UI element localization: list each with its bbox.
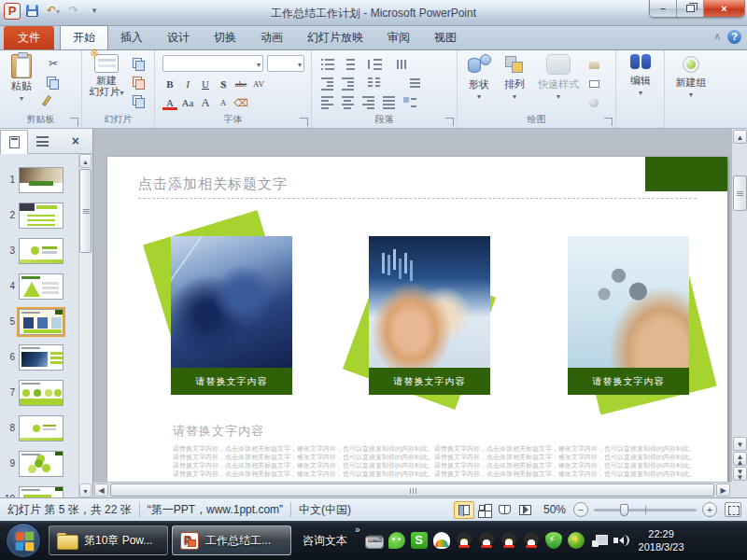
arrange-button[interactable]: 排列▾ (499, 54, 530, 103)
shape-outline-button[interactable] (588, 77, 602, 91)
font-color-button[interactable]: A (162, 95, 177, 110)
zoom-in-button[interactable]: + (702, 502, 717, 517)
sogou-cloud-icon[interactable] (433, 532, 450, 549)
zoom-out-button[interactable]: − (573, 502, 588, 517)
paragraph-dialog-launcher[interactable] (445, 118, 454, 126)
panel-scroll-down-button[interactable]: ▼ (79, 483, 92, 497)
tab-file[interactable]: 文件 (4, 26, 54, 49)
justify-button[interactable] (383, 95, 397, 108)
tab-insert[interactable]: 插入 (108, 26, 155, 49)
bold-button[interactable]: B (162, 77, 177, 91)
vertical-scrollbar[interactable]: ▲ ▼ ▲▲ ▼▼ (731, 129, 747, 482)
content-card-1[interactable]: 请替换文字内容 (171, 236, 292, 397)
format-painter-button[interactable] (45, 93, 49, 108)
layout-button[interactable] (133, 58, 144, 69)
content-card-2[interactable]: 请替换文字内容 (369, 236, 490, 397)
scroll-up-button[interactable]: ▲ (733, 130, 747, 144)
slide-thumbnail-5-selected[interactable]: 5 (0, 309, 78, 337)
underline-button[interactable]: U (198, 77, 213, 91)
zoom-slider-thumb[interactable] (620, 504, 628, 516)
new-group-button[interactable]: 新建组▾ (669, 54, 713, 101)
section-button[interactable] (133, 95, 144, 106)
tab-view[interactable]: 视图 (422, 26, 469, 49)
shape-fill-button[interactable] (588, 59, 602, 72)
taskbar-button-folder[interactable]: 第10章 Pow... (49, 525, 168, 555)
quick-styles-button[interactable]: 快速样式▾ (534, 54, 583, 103)
decrease-indent-button[interactable] (321, 77, 335, 90)
character-spacing-button[interactable]: AV (251, 77, 266, 91)
desktop-toolbar-label[interactable]: 咨询文本 (303, 533, 347, 549)
line-spacing-button[interactable] (368, 58, 382, 71)
align-right-button[interactable] (362, 95, 376, 108)
fit-to-window-button[interactable] (725, 502, 741, 517)
strikethrough-button[interactable]: abe (233, 77, 248, 91)
shrink-font-button[interactable]: A (216, 95, 231, 110)
horizontal-scrollbar[interactable]: ◀ ▶ (93, 482, 731, 497)
font-dialog-launcher[interactable] (300, 118, 308, 126)
slide-thumbnail-6[interactable]: 6 (0, 344, 78, 372)
panel-scrollbar[interactable]: ▲ ▼ (78, 154, 92, 497)
body-heading-placeholder[interactable]: 请替换文字内容 (173, 423, 264, 440)
increase-indent-button[interactable] (342, 77, 356, 90)
qq-icon-2[interactable] (478, 532, 495, 549)
security-shield-icon[interactable] (545, 532, 562, 549)
font-name-select[interactable]: ▾ (162, 55, 263, 72)
tab-slideshow[interactable]: 幻灯片放映 (295, 26, 375, 49)
zoom-slider-track[interactable] (594, 509, 697, 511)
taskbar-button-powerpoint[interactable]: 工作总结工... (172, 525, 291, 555)
outline-tab[interactable] (28, 130, 56, 152)
restore-button[interactable] (677, 0, 704, 17)
slide-title-placeholder[interactable]: 点击添加相关标题文字 (138, 175, 288, 193)
horizontal-scrollbar-thumb[interactable] (110, 483, 714, 497)
slide-thumbnail-1[interactable]: 1 (0, 167, 78, 195)
start-button[interactable] (6, 523, 41, 558)
drawing-dialog-launcher[interactable] (604, 118, 613, 126)
bullets-button[interactable] (321, 58, 335, 71)
copy-button[interactable] (45, 75, 60, 90)
text-direction-button[interactable] (396, 58, 410, 71)
slide-thumbnail-8[interactable]: 8 (0, 415, 78, 443)
taskbar-clock[interactable]: 22:29 2018/3/23 (639, 527, 684, 553)
scroll-right-button[interactable]: ▶ (716, 483, 730, 497)
edit-button[interactable]: 编辑▾ (622, 54, 659, 99)
change-case-button[interactable]: Aa (180, 95, 195, 110)
tab-design[interactable]: 设计 (155, 26, 202, 49)
grow-font-button[interactable]: A (198, 95, 213, 110)
slide-thumbnail-4[interactable]: 4 (0, 273, 78, 301)
italic-button[interactable]: I (180, 77, 195, 91)
panel-scroll-up-button[interactable]: ▲ (79, 154, 92, 168)
convert-smartart-button[interactable] (403, 95, 417, 108)
paste-button[interactable]: 粘贴▾ (6, 54, 37, 105)
numbering-button[interactable] (342, 58, 356, 71)
normal-view-button[interactable] (454, 501, 474, 519)
content-card-3[interactable]: 请替换文字内容 (568, 236, 689, 397)
slide-thumbnail-3[interactable]: 3 (0, 238, 78, 266)
reading-view-button[interactable] (495, 501, 515, 519)
slide-thumbnail-9[interactable]: 9 (0, 451, 78, 479)
reset-slide-button[interactable] (133, 77, 144, 88)
slide-thumbnail-2[interactable]: 2 (0, 203, 78, 231)
slide-canvas[interactable]: 点击添加相关标题文字 请替换文字内容 请替换文字内容 请替换文字内容 请替换文字… (107, 157, 727, 497)
scroll-down-button[interactable]: ▼ (733, 437, 747, 451)
align-left-button[interactable] (321, 95, 335, 108)
close-panel-button[interactable]: × (72, 133, 79, 148)
columns-button[interactable] (368, 77, 382, 90)
clipboard-dialog-launcher[interactable] (70, 118, 78, 126)
collapse-ribbon-button[interactable]: ˄ (714, 32, 720, 42)
language-indicator[interactable]: 中文(中国) (299, 502, 351, 518)
close-button[interactable]: × (704, 0, 744, 17)
tab-review[interactable]: 审阅 (375, 26, 422, 49)
zoom-level[interactable]: 50% (543, 503, 566, 516)
tab-home[interactable]: 开始 (60, 25, 108, 49)
tab-animations[interactable]: 动画 (248, 26, 295, 49)
slide-thumbnail-7[interactable]: 7 (0, 380, 78, 408)
next-slide-button[interactable]: ▼▼ (733, 467, 747, 481)
font-size-select[interactable]: ▾ (267, 55, 304, 72)
shapes-button[interactable]: 形状▾ (463, 54, 495, 103)
text-shadow-button[interactable]: S (216, 77, 231, 91)
shape-effects-button[interactable] (588, 96, 602, 109)
vertical-scrollbar-thumb[interactable] (733, 175, 747, 211)
clear-formatting-button[interactable]: ⌫ (233, 95, 248, 110)
align-center-button[interactable] (342, 95, 356, 108)
network-icon[interactable] (590, 532, 607, 549)
